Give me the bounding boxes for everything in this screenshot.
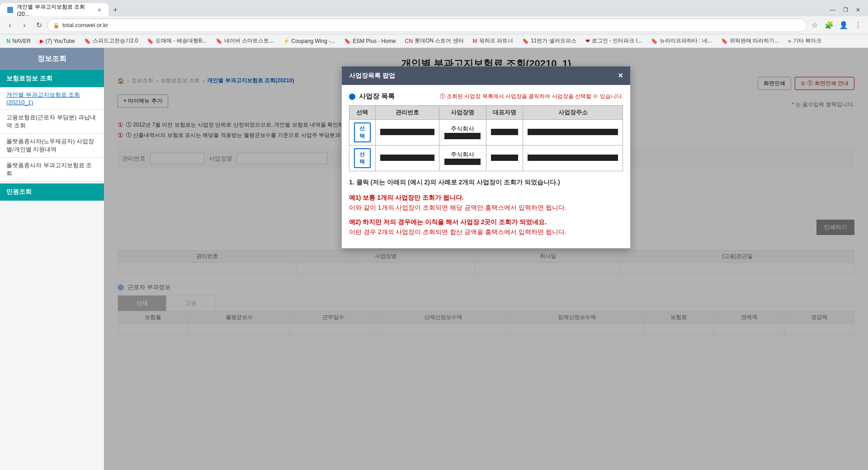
- example-1-text: 이와 같이 1개의 사업장이 조회되면 해당 금액만 홈택스에서 입력하면 됩니…: [349, 204, 623, 212]
- bookmark-naver[interactable]: N NAVER: [4, 37, 33, 45]
- sidebar-item-platform-insurance[interactable]: 플랫폼종사자 부과고지보험료 조회: [0, 158, 104, 182]
- bookmark-star-btn[interactable]: ☆: [808, 19, 821, 32]
- bookmark-coupang[interactable]: ⚡ Coupang Wing -...: [280, 37, 338, 45]
- lock-icon: 🔒: [53, 22, 60, 28]
- bookmark-icon: 🔖: [651, 38, 658, 44]
- bookmark-label: 워하프 파트너: [479, 37, 513, 45]
- bookmark-naver-smart[interactable]: 🔖 네이버 스마트스토...: [213, 36, 276, 46]
- table-cell-addr-2: [523, 146, 623, 171]
- bookmark-label: 11번가 셀러오피스: [531, 37, 576, 45]
- minimize-btn[interactable]: —: [827, 5, 838, 15]
- restore-btn[interactable]: ❐: [840, 5, 851, 15]
- table-cell-select-2: 선택: [349, 146, 376, 171]
- sidebar-header: 정보조회: [0, 48, 104, 70]
- bookmark-label: (7) YouTube: [46, 38, 75, 44]
- bookmark-icon: 🔖: [522, 38, 529, 44]
- bookmark-icon: CN: [405, 38, 413, 44]
- coupang-icon: ⚡: [283, 38, 290, 44]
- forward-btn[interactable]: ›: [18, 19, 31, 32]
- select-button-2[interactable]: 선택: [354, 148, 371, 168]
- table-cell-mgmt-2: [375, 146, 439, 171]
- modal-title: 사업장목록 팝업: [349, 72, 395, 80]
- bookmark-label: 위탁판매 따라하기...: [730, 37, 779, 45]
- bookmark-interplex[interactable]: ❤ 로그인 - 인터파크 I...: [583, 36, 645, 46]
- bookmark-label: NAVER: [12, 38, 30, 44]
- bookmark-label: 스피드고전승기2.0: [93, 37, 138, 45]
- sidebar-section-insurance: 보험료정보 조회: [0, 70, 104, 87]
- sidebar-item-personal-insurance[interactable]: 개인별 부과고지보험료 조회(20210_1): [0, 87, 104, 110]
- example-2-block: 예2) 하지만 저의 경우에는 이직을 해서 사업장 2곳이 조회가 되었네요.…: [349, 218, 623, 236]
- table-cell-rep-1: [486, 120, 523, 146]
- masked-rep-1: [491, 129, 518, 135]
- menu-btn[interactable]: ⋮: [852, 19, 864, 32]
- table-cell-select-1: 선택: [349, 120, 376, 146]
- bookmark-label: Coupang Wing -...: [292, 38, 335, 44]
- instructions-section: 1. 클릭 (저는 아래의 (예시 2)의 사례로 2개의 사업장이 조회가 되…: [349, 179, 623, 236]
- tab-bar: 개인별 부과고지보험료 조회(20... × + — ❐ ✕: [0, 0, 868, 16]
- masked-addr-1: [528, 129, 618, 135]
- bookmark-speedgo[interactable]: 🔖 스피드고전승기2.0: [81, 36, 141, 46]
- heart-icon: ❤: [585, 38, 590, 44]
- nav-bar: ‹ › ↻ 🔒 total.comwel.or.kr ☆ 🧩 👤 ⋮: [0, 16, 868, 34]
- modal-section-title-text: 사업장 목록: [359, 92, 395, 101]
- reload-btn[interactable]: ↻: [33, 19, 45, 32]
- masked-company-2: [444, 159, 481, 165]
- bookmark-esm[interactable]: 🔖 ESM Plus - Home: [341, 37, 398, 45]
- example-2-title: 예2) 하지만 저의 경우에는 이직을 해서 사업장 2곳이 조회가 되었네요.: [349, 218, 623, 226]
- more-bookmarks-icon: »: [788, 38, 791, 44]
- modal-popup: 사업장목록 팝업 × 사업장 목록 ① 조회된 사업장 목록에서 사업장을 클릭…: [341, 66, 631, 249]
- bookmark-domemae[interactable]: 🔖 도매매 - 배송대행B...: [144, 36, 209, 46]
- bookmark-label: 기타 북마크: [793, 37, 821, 45]
- bookmark-icon: 🔖: [147, 38, 154, 44]
- example-1-block: 예1) 보통 1개의 사업장만 조회가 됩니다. 이와 같이 1개의 사업장이 …: [349, 194, 623, 212]
- tab-close-btn[interactable]: ×: [98, 6, 101, 14]
- bookmark-newlife[interactable]: 🔖 뉴라이프파하타 : 네...: [648, 36, 715, 46]
- page-wrapper: 정보조회 보험료정보 조회 개인별 부과고지보험료 조회(20210_1) 고용…: [0, 48, 868, 470]
- tab-title: 개인별 부과고지보험료 조회(20...: [17, 3, 94, 17]
- close-window-btn[interactable]: ✕: [853, 5, 863, 15]
- bookmark-icon: 🔖: [216, 38, 222, 44]
- table-cell-mgmt-1: [375, 120, 439, 146]
- bookmark-11st[interactable]: 🔖 11번가 셀러오피스: [519, 36, 579, 46]
- window-controls: — ❐ ✕: [827, 5, 868, 15]
- bookmark-icon: 🔖: [721, 38, 728, 44]
- bookmark-label: 뉴라이프파하타 : 네...: [660, 37, 712, 45]
- select-button-1[interactable]: 선택: [354, 122, 371, 142]
- instruction-main-text: 1. 클릭 (저는 아래의 (예시 2)의 사례로 2개의 사업장이 조회가 되…: [349, 179, 623, 187]
- bookmark-lotte[interactable]: CN 롯데ON 스토어 센터: [402, 36, 467, 46]
- bookmark-youtube[interactable]: ▶ (7) YouTube: [37, 37, 78, 45]
- sidebar: 정보조회 보험료정보 조회 개인별 부과고지보험료 조회(20210_1) 고용…: [0, 48, 104, 470]
- sidebar-item-platform-worker[interactable]: 플랫폼종사자(노무제공자) 사업장별/개인별 지원내역: [0, 134, 104, 158]
- extensions-btn[interactable]: 🧩: [823, 19, 835, 32]
- table-cell-rep-2: [486, 146, 523, 171]
- bookmark-consignment[interactable]: 🔖 위탁판매 따라하기...: [718, 36, 782, 46]
- table-cell-company-1: 주식회사: [439, 120, 486, 146]
- main-content: 개인별 부과고지보험료 조회(20210_1) 🏠 › 정보조회 › 보험료정보…: [104, 48, 868, 470]
- modal-close-btn[interactable]: ×: [618, 71, 623, 80]
- bookmark-label: ESM Plus - Home: [353, 38, 396, 44]
- active-tab[interactable]: 개인별 부과고지보험료 조회(20... ×: [0, 3, 108, 17]
- naver-icon: N: [6, 38, 10, 44]
- back-btn[interactable]: ‹: [4, 19, 16, 32]
- example-2-text: 이런 경우 2개의 사업장이 조회되면 합산 금액을 홈택스에서 입력하면 됩니…: [349, 228, 623, 236]
- modal-overlay[interactable]: 사업장목록 팝업 × 사업장 목록 ① 조회된 사업장 목록에서 사업장을 클릭…: [104, 48, 868, 470]
- bookmark-icon: M: [473, 38, 477, 44]
- bookmark-label: 도매매 - 배송대행B...: [156, 37, 207, 45]
- nav-actions: ☆ 🧩 👤 ⋮: [808, 19, 864, 32]
- sidebar-item-employment-insurance[interactable]: 고용보험료(근로자 부담분) 과납내역 조회: [0, 110, 104, 134]
- profile-btn[interactable]: 👤: [837, 19, 850, 32]
- modal-body: 사업장 목록 ① 조회된 사업장 목록에서 사업장을 클릭하여 사업장을 선택할…: [342, 85, 630, 248]
- bookmarks-bar: N NAVER ▶ (7) YouTube 🔖 스피드고전승기2.0 🔖 도매매…: [0, 34, 868, 48]
- bookmark-label: 롯데ON 스토어 센터: [415, 37, 464, 45]
- url-text: total.comwel.or.kr: [62, 22, 108, 28]
- table-header-company: 사업장명: [439, 106, 486, 120]
- masked-mgmt-2: [380, 155, 434, 161]
- new-tab-button[interactable]: +: [108, 4, 123, 17]
- tab-favicon: [7, 7, 13, 13]
- address-bar[interactable]: 🔒 total.comwel.or.kr: [47, 19, 807, 32]
- bookmark-woharp[interactable]: M 워하프 파트너: [470, 36, 516, 46]
- bookmark-more[interactable]: » 기타 북마크: [785, 36, 824, 46]
- modal-table: 선택 관리번호 사업장명 대표자명 사업장주소 선: [349, 105, 623, 171]
- modal-section-title-row: 사업장 목록 ① 조회된 사업장 목록에서 사업장을 클릭하여 사업장을 선택할…: [349, 92, 623, 101]
- company-prefix-1: 주식회사: [451, 125, 474, 132]
